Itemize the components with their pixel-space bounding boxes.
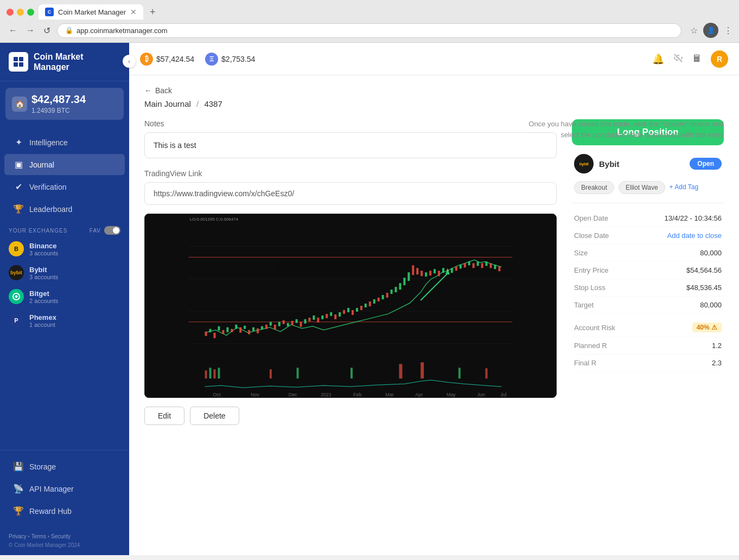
topbar: ₿ $57,424.54 Ξ $2,753.54 🔔 🖩 R <box>129 43 739 75</box>
svg-rect-1 <box>19 57 23 61</box>
svg-rect-29 <box>283 320 285 324</box>
svg-rect-54 <box>391 289 393 294</box>
svg-rect-48 <box>365 304 367 307</box>
journal-layout: Notes TradingView Link <box>144 119 724 425</box>
profile-btn[interactable]: 👤 <box>703 23 718 38</box>
exchange-bitget[interactable]: Bitget 2 accounts <box>0 285 129 308</box>
notifications-btn[interactable]: 🔔 <box>652 53 664 65</box>
sidebar-footer: Privacy • Terms • Security © Coin Market… <box>0 527 129 555</box>
sidebar-item-label: Verification <box>29 183 66 191</box>
sidebar-item-verification[interactable]: ✔ Verification <box>4 176 125 197</box>
svg-rect-46 <box>356 308 358 312</box>
svg-rect-60 <box>416 268 418 274</box>
status-badge: Open <box>690 158 722 170</box>
exchange-phemex[interactable]: P Phemex 1 account <box>0 308 129 332</box>
final-r-label: Final R <box>574 359 596 367</box>
svg-rect-91 <box>458 368 461 378</box>
hide-btn[interactable] <box>673 53 684 66</box>
browser-reload-btn[interactable]: ↺ <box>41 23 53 38</box>
new-tab-btn[interactable]: + <box>150 7 156 18</box>
close-window-btn[interactable] <box>7 9 14 16</box>
sidebar-item-leaderboard[interactable]: 🏆 Leaderboard <box>4 198 125 220</box>
exchange-binance[interactable]: B Binance 3 accounts <box>0 237 129 261</box>
svg-rect-25 <box>265 325 267 329</box>
svg-rect-36 <box>313 316 315 320</box>
minimize-window-btn[interactable] <box>17 9 24 16</box>
exchange-bybit[interactable]: bybit Bybit 3 accounts <box>0 261 129 285</box>
planned-r-label: Planned R <box>574 342 607 350</box>
page-nav: ← Back <box>144 86 724 95</box>
tradingview-link-input[interactable] <box>144 182 557 205</box>
sidebar-item-label: Leaderboard <box>29 205 72 214</box>
exchange-card-left: bybit Bybit <box>574 154 620 173</box>
page-hint: Once you have closed this trade, click t… <box>518 119 724 140</box>
svg-rect-68 <box>451 268 453 273</box>
sidebar-collapse-btn[interactable]: ‹ <box>123 55 136 68</box>
svg-rect-86 <box>270 369 272 378</box>
svg-text:LO:0.001295 C:0.006474: LO:0.001295 C:0.006474 <box>190 217 239 222</box>
bybit-logo: bybit <box>574 154 594 173</box>
journal-right: Long Position bybit Bybit Open Breakout … <box>572 119 724 425</box>
notes-input[interactable] <box>144 132 557 158</box>
sidebar-item-reward-hub[interactable]: 🏆 Reward Hub <box>4 500 125 522</box>
svg-rect-20 <box>244 326 246 329</box>
edit-btn[interactable]: Edit <box>144 407 184 425</box>
user-avatar[interactable]: R <box>711 50 728 68</box>
svg-rect-78 <box>494 265 496 269</box>
stop-loss-label: Stop Loss <box>574 284 606 292</box>
browser-back-btn[interactable]: ← <box>7 23 20 37</box>
stop-loss-row: Stop Loss $48,536.45 <box>572 279 724 297</box>
journal-icon: ▣ <box>13 159 24 170</box>
notes-label: Notes <box>144 119 557 128</box>
maximize-window-btn[interactable] <box>27 9 34 16</box>
journal-left: Notes TradingView Link <box>144 119 557 425</box>
exchange-name: Bybit <box>599 159 620 169</box>
browser-tab[interactable]: C Coin Market Manager ✕ <box>39 4 143 20</box>
back-btn[interactable]: ← Back <box>144 86 172 95</box>
open-date-row: Open Date 13/4/22 - 10:34:56 <box>572 210 724 227</box>
security-link[interactable]: Security <box>51 533 71 539</box>
exchange-info: Binance 3 accounts <box>29 242 120 256</box>
sidebar-item-label: Reward Hub <box>29 507 72 516</box>
sidebar-item-journal[interactable]: ▣ Journal <box>4 154 125 175</box>
ssl-lock-icon: 🔒 <box>65 27 73 34</box>
bookmark-btn[interactable]: ☆ <box>690 25 698 36</box>
calculator-btn[interactable]: 🖩 <box>692 53 702 65</box>
sidebar-item-api-manager[interactable]: 📡 API Manager <box>4 478 125 499</box>
add-tag-btn[interactable]: + Add Tag <box>670 181 699 194</box>
tab-close-btn[interactable]: ✕ <box>130 8 137 16</box>
svg-text:Jul: Jul <box>500 392 506 397</box>
size-row: Size 80,000 <box>572 244 724 262</box>
target-row: Target 80,000 <box>572 297 724 314</box>
home-icon: 🏠 <box>12 96 27 112</box>
terms-link[interactable]: Terms <box>31 533 46 539</box>
svg-rect-52 <box>382 295 384 299</box>
sidebar-item-storage[interactable]: 💾 Storage <box>4 456 125 477</box>
fav-toggle[interactable]: FAV <box>90 226 120 235</box>
tag-elliot-wave[interactable]: Elliot Wave <box>619 181 665 194</box>
planned-r-value: 1.2 <box>712 342 722 350</box>
eth-price: Ξ $2,753.54 <box>205 53 255 66</box>
browser-forward-btn[interactable]: → <box>24 23 37 37</box>
sidebar-item-intelligence[interactable]: ✦ Intelligence <box>4 132 125 153</box>
fav-switch[interactable] <box>104 226 120 235</box>
svg-rect-50 <box>373 299 375 304</box>
delete-btn[interactable]: Delete <box>190 407 239 425</box>
address-bar[interactable]: 🔒 app.coinmarketmanager.com <box>57 23 681 38</box>
privacy-link[interactable]: Privacy <box>9 533 27 539</box>
logo-icon <box>9 52 28 72</box>
back-arrow-icon: ← <box>144 86 152 95</box>
svg-rect-18 <box>235 325 237 329</box>
sidebar-balance[interactable]: 🏠 $42,487.34 1.24939 BTC <box>5 88 124 120</box>
svg-rect-53 <box>386 293 388 298</box>
close-date-value[interactable]: Add date to close <box>667 231 722 240</box>
svg-rect-17 <box>231 329 233 332</box>
exchanges-section-label: YOUR EXCHANGES FAV <box>0 221 129 237</box>
reward-icon: 🏆 <box>13 506 24 516</box>
svg-rect-89 <box>399 364 402 378</box>
tag-breakout[interactable]: Breakout <box>574 181 614 194</box>
trade-details: Open Date 13/4/22 - 10:34:56 Close Date … <box>572 203 724 372</box>
menu-btn[interactable]: ⋮ <box>724 25 732 36</box>
svg-rect-62 <box>425 272 427 276</box>
svg-rect-65 <box>438 271 440 276</box>
